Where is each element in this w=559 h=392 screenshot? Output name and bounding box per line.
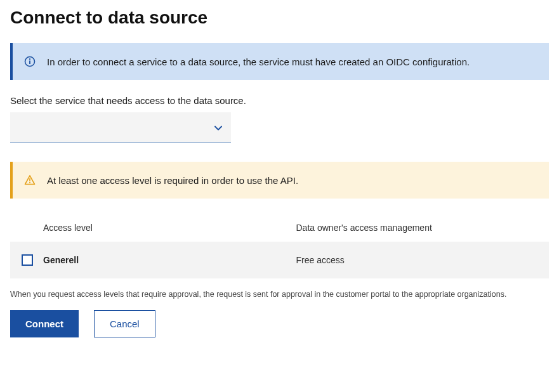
helper-text: When you request access levels that requ… [10, 290, 549, 299]
svg-point-4 [29, 182, 30, 183]
warning-alert-text: At least one access level is required in… [47, 175, 298, 186]
info-icon [24, 56, 36, 67]
warning-alert: At least one access level is required in… [10, 162, 549, 199]
access-level-table: Access level Data owner's access managem… [10, 214, 549, 278]
service-select-label: Select the service that needs access to … [10, 95, 549, 106]
table-header-row: Access level Data owner's access managem… [10, 214, 549, 242]
connect-button[interactable]: Connect [10, 310, 79, 337]
column-header-management: Data owner's access management [296, 223, 549, 233]
svg-point-1 [29, 58, 30, 60]
access-level-checkbox[interactable] [22, 254, 33, 266]
warning-icon [24, 174, 36, 186]
table-row[interactable]: Generell Free access [10, 242, 549, 278]
svg-rect-2 [29, 61, 30, 65]
service-select[interactable] [10, 112, 231, 142]
column-header-access-level: Access level [43, 223, 296, 233]
info-alert-text: In order to connect a service to a data … [47, 56, 470, 67]
page-title: Connect to data source [10, 8, 549, 28]
access-level-management: Free access [296, 255, 549, 265]
info-alert: In order to connect a service to a data … [10, 43, 549, 80]
svg-rect-3 [29, 178, 30, 181]
cancel-button[interactable]: Cancel [94, 310, 155, 337]
access-level-name: Generell [43, 255, 296, 265]
service-select-wrap[interactable] [10, 112, 231, 143]
button-row: Connect Cancel [10, 310, 549, 337]
